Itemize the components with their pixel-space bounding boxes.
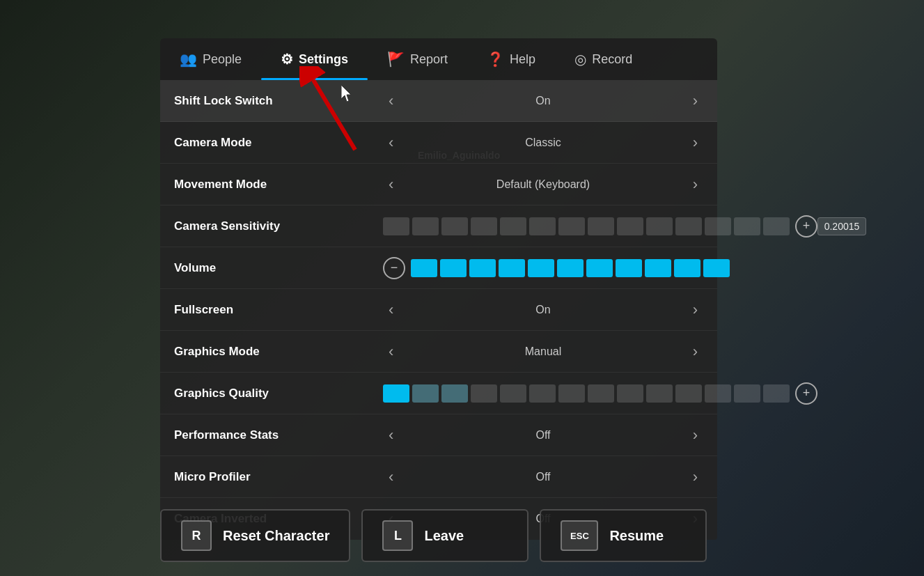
micro-profiler-next[interactable]: › xyxy=(687,467,703,488)
movement-mode-next[interactable]: › xyxy=(687,174,703,195)
shift-lock-prev[interactable]: ‹ xyxy=(383,91,399,111)
label-camera-mode: Camera Mode xyxy=(174,136,383,150)
perf-stats-prev[interactable]: ‹ xyxy=(383,425,399,446)
reset-label: Reset Character xyxy=(223,528,329,544)
resume-label: Resume xyxy=(609,528,664,544)
help-icon: ❓ xyxy=(487,51,504,68)
settings-icon: ⚙ xyxy=(281,51,293,68)
tab-settings[interactable]: ⚙ Settings xyxy=(261,38,368,80)
tab-bar: 👥 People ⚙ Settings 🚩 Report ❓ Help ◎ Re… xyxy=(160,38,717,80)
graphics-mode-prev[interactable]: ‹ xyxy=(383,341,399,362)
label-performance-stats: Performance Stats xyxy=(174,428,383,442)
value-micro-profiler: Off xyxy=(399,471,687,483)
leave-label: Leave xyxy=(424,528,464,544)
control-micro-profiler: ‹ Off › xyxy=(383,467,703,488)
camera-mode-next[interactable]: › xyxy=(687,132,703,153)
label-volume: Volume xyxy=(174,261,383,275)
label-camera-sensitivity: Camera Sensitivity xyxy=(174,219,383,233)
record-icon: ◎ xyxy=(574,51,586,68)
setting-performance-stats: Performance Stats ‹ Off › xyxy=(160,414,717,456)
value-graphics-mode: Manual xyxy=(399,345,687,358)
fullscreen-next[interactable]: › xyxy=(687,299,703,320)
label-movement-mode: Movement Mode xyxy=(174,178,383,192)
value-performance-stats: Off xyxy=(399,429,687,442)
volume-minus[interactable]: − xyxy=(383,257,405,279)
sensitivity-slider[interactable] xyxy=(383,217,790,235)
value-movement-mode: Default (Keyboard) xyxy=(399,178,687,191)
people-icon: 👥 xyxy=(180,51,197,68)
reset-button[interactable]: R Reset Character xyxy=(160,509,350,562)
resume-button[interactable]: ESC Resume xyxy=(540,509,707,562)
tab-report[interactable]: 🚩 Report xyxy=(368,38,467,80)
control-graphics-quality: + xyxy=(383,382,817,405)
value-shift-lock: On xyxy=(399,95,687,107)
settings-panel: Shift Lock Switch ‹ On › Camera Mode ‹ C… xyxy=(160,80,717,540)
control-shift-lock: ‹ On › xyxy=(383,91,703,111)
tab-report-label: Report xyxy=(410,52,448,67)
setting-fullscreen: Fullscreen ‹ On › xyxy=(160,289,717,331)
resume-key-badge: ESC xyxy=(561,520,598,551)
reset-key-badge: R xyxy=(181,520,212,551)
control-movement-mode: ‹ Default (Keyboard) › xyxy=(383,174,703,195)
tab-record-label: Record xyxy=(592,52,632,67)
control-camera-sensitivity: + 0.20015 xyxy=(383,215,866,238)
fullscreen-prev[interactable]: ‹ xyxy=(383,299,399,320)
quality-slider[interactable] xyxy=(383,384,790,403)
setting-graphics-mode: Graphics Mode ‹ Manual › xyxy=(160,331,717,373)
setting-camera-mode: Camera Mode ‹ Classic › xyxy=(160,122,717,164)
control-volume: − xyxy=(383,257,730,279)
control-fullscreen: ‹ On › xyxy=(383,299,703,320)
setting-volume: Volume − xyxy=(160,247,717,289)
setting-camera-sensitivity: Camera Sensitivity + 0.20015 xyxy=(160,205,717,247)
leave-button[interactable]: L Leave xyxy=(361,509,528,562)
label-micro-profiler: Micro Profiler xyxy=(174,470,383,484)
sensitivity-value: 0.20015 xyxy=(817,217,866,235)
value-fullscreen: On xyxy=(399,304,687,316)
shift-lock-next[interactable]: › xyxy=(687,91,703,111)
leave-key-badge: L xyxy=(382,520,413,551)
graphics-mode-next[interactable]: › xyxy=(687,341,703,362)
label-fullscreen: Fullscreen xyxy=(174,303,383,317)
quality-plus[interactable]: + xyxy=(795,382,817,405)
tab-people[interactable]: 👥 People xyxy=(160,38,261,80)
label-graphics-mode: Graphics Mode xyxy=(174,345,383,359)
value-camera-mode: Classic xyxy=(399,137,687,149)
control-graphics-mode: ‹ Manual › xyxy=(383,341,703,362)
bottom-buttons: R Reset Character L Leave ESC Resume xyxy=(160,509,707,562)
tab-record[interactable]: ◎ Record xyxy=(555,38,652,80)
perf-stats-next[interactable]: › xyxy=(687,425,703,446)
menu-container: 👥 People ⚙ Settings 🚩 Report ❓ Help ◎ Re… xyxy=(160,38,717,540)
volume-slider[interactable] xyxy=(411,259,730,277)
report-icon: 🚩 xyxy=(387,51,405,68)
setting-micro-profiler: Micro Profiler ‹ Off › xyxy=(160,456,717,498)
setting-graphics-quality: Graphics Quality + xyxy=(160,373,717,414)
setting-movement-mode: Movement Mode ‹ Default (Keyboard) › xyxy=(160,164,717,205)
tab-help-label: Help xyxy=(510,52,535,67)
control-performance-stats: ‹ Off › xyxy=(383,425,703,446)
camera-mode-prev[interactable]: ‹ xyxy=(383,132,399,153)
label-graphics-quality: Graphics Quality xyxy=(174,387,383,400)
tab-people-label: People xyxy=(203,52,242,67)
micro-profiler-prev[interactable]: ‹ xyxy=(383,467,399,488)
setting-shift-lock: Shift Lock Switch ‹ On › xyxy=(160,80,717,122)
label-shift-lock: Shift Lock Switch xyxy=(174,94,383,108)
tab-help[interactable]: ❓ Help xyxy=(467,38,555,80)
tab-settings-label: Settings xyxy=(299,52,348,67)
sensitivity-plus[interactable]: + xyxy=(795,215,817,238)
control-camera-mode: ‹ Classic › xyxy=(383,132,703,153)
movement-mode-prev[interactable]: ‹ xyxy=(383,174,399,195)
